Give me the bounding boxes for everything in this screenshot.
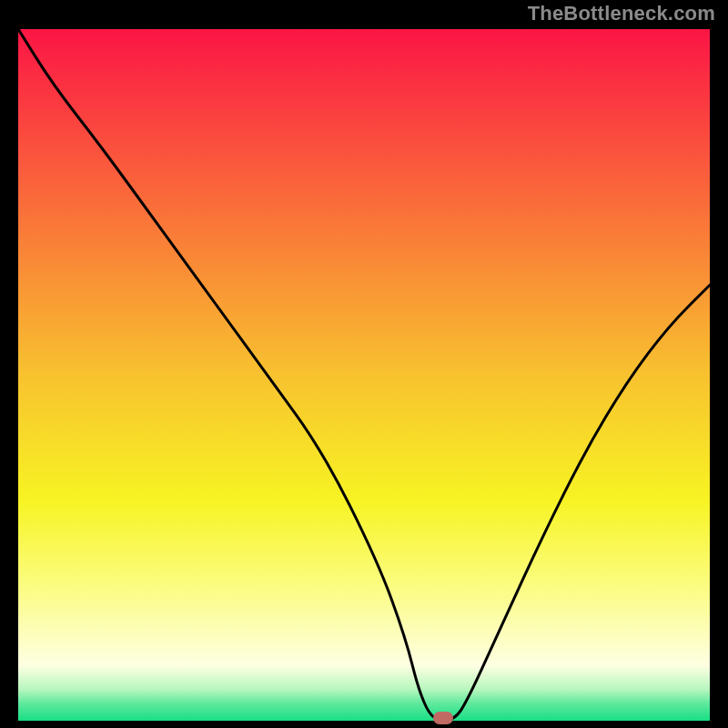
bottleneck-plot [18, 29, 710, 721]
plot-background [18, 29, 710, 721]
watermark-text: TheBottleneck.com [528, 2, 715, 25]
optimal-point-marker [433, 712, 453, 724]
chart-frame: TheBottleneck.com [0, 0, 728, 728]
